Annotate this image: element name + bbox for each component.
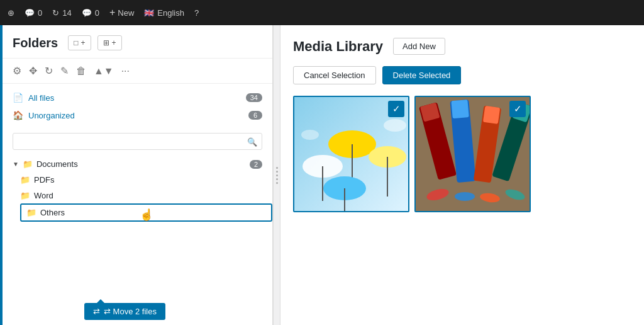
media-item-paintbrushes[interactable]: ✓ <box>414 96 531 212</box>
folders-title: Folders <box>13 36 58 50</box>
others-item[interactable]: 📁 Others ☝ <box>20 203 272 222</box>
documents-children: 📁 PDFs 📁 Word 📁 Others ☝ <box>3 172 272 222</box>
divider-dots <box>276 167 278 184</box>
folders-panel: Folders □ + ⊞ + ⚙ ✥ ↻ ✎ 🗑 ▲▼ ··· 📄 All <box>3 25 273 325</box>
sort-icon[interactable]: ▲▼ <box>94 66 114 77</box>
media-header: Media Library Add New <box>293 38 631 55</box>
umbrella-check-icon: ✓ <box>388 101 404 117</box>
search-input[interactable] <box>13 133 262 150</box>
tree-section: ▼ 📁 Documents 2 📁 PDFs 📁 Word 📁 Others ☝ <box>3 154 272 224</box>
word-label: Word <box>34 191 53 200</box>
search-container: 🔍 <box>13 133 262 150</box>
unorganized-item[interactable]: 🏠 Unorganized 6 <box>3 106 272 124</box>
documents-tree-item[interactable]: ▼ 📁 Documents 2 <box>3 156 272 172</box>
topbar-comments[interactable]: 💬 0 <box>82 8 99 18</box>
chevron-down-icon: ▼ <box>13 161 19 168</box>
media-panel: Media Library Add New Cancel Selection D… <box>280 25 644 325</box>
word-item[interactable]: 📁 Word <box>20 188 272 203</box>
topbar-help[interactable]: ? <box>194 8 199 18</box>
topbar-home[interactable]: ⊕ <box>8 8 14 18</box>
topbar-new-button[interactable]: + New <box>109 7 134 18</box>
svg-point-21 <box>455 192 475 201</box>
file-icon: 📄 <box>13 93 23 103</box>
svg-rect-15 <box>451 100 469 118</box>
documents-count: 2 <box>250 160 262 169</box>
folder-icon: 📁 <box>20 191 30 200</box>
add-media-button[interactable]: ⊞ + <box>97 35 122 50</box>
topbar: ⊕ 💬 0 ↻ 14 💬 0 + New 🇬🇧 English ? <box>0 0 644 25</box>
move-tooltip: ⇄ ⇄ Move 2 files <box>84 303 165 320</box>
folder-toolbar: ⚙ ✥ ↻ ✎ 🗑 ▲▼ ··· <box>3 59 272 84</box>
delete-icon[interactable]: 🗑 <box>76 66 86 77</box>
delete-selected-button[interactable]: Delete Selected <box>382 66 462 84</box>
media-item-umbrellas[interactable]: ✓ <box>293 96 409 212</box>
home-icon: 🏠 <box>13 110 23 120</box>
pdfs-item[interactable]: 📁 PDFs <box>20 172 272 188</box>
paintbrush-check-icon: ✓ <box>509 101 526 117</box>
svg-rect-17 <box>483 106 500 124</box>
edit-icon[interactable]: ✎ <box>60 65 69 77</box>
topbar-notifications[interactable]: 💬 0 <box>25 8 42 18</box>
media-add-icon: ⊞ <box>103 38 109 47</box>
svg-point-9 <box>384 119 406 132</box>
folders-header: Folders □ + ⊞ + <box>3 25 272 59</box>
folder-icon: 📁 <box>26 208 36 217</box>
comment-icon: 💬 <box>25 8 35 18</box>
all-files-item[interactable]: 📄 All files 34 <box>3 89 272 106</box>
others-label: Others <box>40 208 65 217</box>
file-list: 📄 All files 34 🏠 Unorganized 6 <box>3 84 272 129</box>
panel-divider[interactable] <box>273 25 280 325</box>
move-label: ⇄ Move 2 files <box>104 307 157 316</box>
move-icon[interactable]: ✥ <box>29 65 37 77</box>
cursor-icon: ☝ <box>140 208 153 222</box>
add-new-button[interactable]: Add New <box>393 38 445 55</box>
flag-icon: 🇬🇧 <box>144 8 154 18</box>
media-grid: ✓ <box>293 96 631 212</box>
svg-point-10 <box>301 130 319 140</box>
cancel-selection-button[interactable]: Cancel Selection <box>293 66 376 84</box>
settings-icon[interactable]: ⚙ <box>13 65 21 77</box>
documents-label: Documents <box>36 159 78 169</box>
refresh-icon[interactable]: ↻ <box>45 65 53 77</box>
folder-add-icon: □ <box>74 38 78 47</box>
all-files-label: All files <box>28 93 54 103</box>
unorganized-label: Unorganized <box>28 111 75 120</box>
media-title: Media Library <box>293 38 383 55</box>
move-icon: ⇄ <box>93 307 100 316</box>
folder-icon: 📁 <box>20 175 30 185</box>
updates-icon: ↻ <box>52 8 59 18</box>
more-icon[interactable]: ··· <box>121 66 130 77</box>
add-folder-button[interactable]: □ + <box>68 35 91 50</box>
folder-icon: 📁 <box>23 159 33 169</box>
topbar-updates[interactable]: ↻ 14 <box>52 8 71 18</box>
all-files-count: 34 <box>246 93 262 102</box>
comments-icon: 💬 <box>82 8 92 18</box>
action-row: Cancel Selection Delete Selected <box>293 66 631 84</box>
main-area: Folders □ + ⊞ + ⚙ ✥ ↻ ✎ 🗑 ▲▼ ··· 📄 All <box>0 25 644 325</box>
topbar-language[interactable]: 🇬🇧 English <box>144 8 184 18</box>
pdfs-label: PDFs <box>34 175 55 185</box>
search-icon: 🔍 <box>247 137 257 146</box>
plus-icon: + <box>109 7 115 18</box>
wp-logo-icon: ⊕ <box>8 8 14 18</box>
unorganized-count: 6 <box>248 111 262 120</box>
